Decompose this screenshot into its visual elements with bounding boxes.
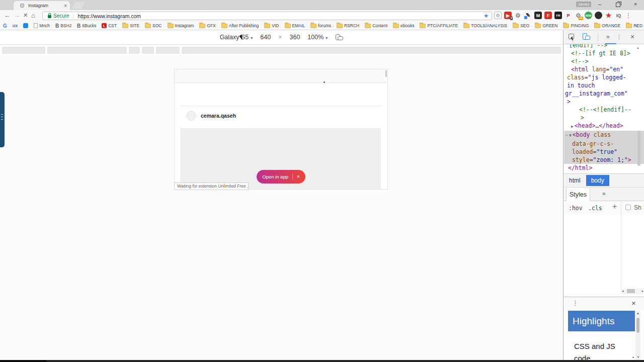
bookmark-item[interactable]: ORANGE <box>594 23 620 28</box>
inspect-element-icon[interactable] <box>569 34 576 41</box>
extension-icon[interactable]: M <box>534 12 542 19</box>
extension-icon[interactable]: ✎ <box>524 12 532 19</box>
bookmark-item[interactable]: ux <box>13 23 18 28</box>
elements-tree-line[interactable]: > <box>564 114 644 122</box>
bookmark-item[interactable]: SOC <box>145 23 162 28</box>
window-close-button[interactable]: × <box>631 1 640 7</box>
url-text[interactable]: https://www.instagram.com <box>78 13 484 19</box>
bookmark-item[interactable]: RED <box>626 23 642 28</box>
scroll-up-icon[interactable]: ▴ <box>632 355 634 358</box>
address-bar[interactable]: Secure | https://www.instagram.com ★ <box>42 12 492 20</box>
tab-styles[interactable]: Styles <box>566 188 590 202</box>
page-scrollbar-thumb[interactable] <box>385 70 387 77</box>
avatar[interactable] <box>186 111 196 121</box>
more-tabs-icon[interactable]: » <box>606 33 610 40</box>
elements-tree-line[interactable]: gr__instagram_com" <box>564 89 644 98</box>
bookmark-item[interactable]: GREEN <box>535 23 557 28</box>
extension-icon[interactable]: F <box>544 12 552 19</box>
extension-icon[interactable]: ★ <box>605 12 612 19</box>
bookmark-item[interactable]: Content <box>365 23 387 28</box>
elements-tree-line[interactable]: class="js logged- <box>564 73 644 81</box>
elements-tree-line[interactable]: data-gr-c-s- <box>564 140 644 148</box>
media-query-segment[interactable] <box>129 47 140 54</box>
styles-horizontal-scrollbar[interactable]: ◂ ▸ <box>621 288 644 294</box>
zoom-select[interactable]: 100%▾ <box>307 34 328 41</box>
elements-tree-line[interactable]: ▶<head>…</head> <box>564 122 644 131</box>
scroll-up-icon[interactable]: ▲ <box>636 46 639 49</box>
stop-loading-icon[interactable]: ✕ <box>23 12 28 19</box>
elements-tree-line[interactable]: <!--> <box>564 57 644 65</box>
scroll-left-icon[interactable]: ◂ <box>622 289 624 293</box>
elements-tree-line[interactable]: ⋯▼<body class <box>564 131 644 140</box>
browser-tab[interactable]: Instagram × <box>14 1 70 10</box>
highlights-menu-icon[interactable]: ⋮ <box>572 299 579 307</box>
home-icon[interactable]: ⌂ <box>31 12 35 19</box>
bookmark-item[interactable]: forums <box>310 23 331 28</box>
extension-icon[interactable]: P <box>565 12 572 19</box>
device-mode-icon[interactable] <box>582 33 591 41</box>
pill-close-icon[interactable]: × <box>297 174 300 179</box>
forward-icon[interactable]: → <box>14 12 20 19</box>
extension-side-pull-tab[interactable] <box>0 92 5 147</box>
extension-icon[interactable]: ⚙ <box>494 12 502 19</box>
toggle-hover-state[interactable]: :hov <box>569 205 583 212</box>
rotate-viewport-icon[interactable] <box>335 33 343 41</box>
toggle-element-classes[interactable]: .cls <box>588 205 602 212</box>
elements-scrollbar-thumb[interactable] <box>637 131 640 166</box>
bookmark-item[interactable]: SEO <box>513 23 529 28</box>
bookmark-item[interactable]: GFX <box>199 23 215 28</box>
extension-icon[interactable]: IQ <box>615 12 622 19</box>
bookmark-item[interactable]: ebooks <box>393 23 414 28</box>
bookmark-item[interactable]: EMAIL <box>285 23 305 28</box>
hscrollbar-thumb[interactable] <box>627 289 635 293</box>
extension-icon[interactable]: ⚙41 <box>575 12 582 19</box>
scroll-right-icon[interactable]: ▸ <box>641 289 643 293</box>
new-tab-button[interactable] <box>71 2 85 9</box>
elements-tree-line[interactable]: <!--<![endif]-- <box>564 106 644 114</box>
styles-more-icon[interactable]: » <box>602 190 606 197</box>
elements-tree-line[interactable]: <html lang="en" <box>564 65 644 73</box>
bookmark-item[interactable]: PINGING <box>563 23 589 28</box>
bookmark-item[interactable]: Mnch <box>34 23 50 28</box>
elements-tree-line[interactable]: <!--[if gt IE 8]> <box>564 49 644 57</box>
profile-name-badge[interactable]: James <box>576 2 591 7</box>
open-in-app-button[interactable]: Open in app × <box>257 170 305 184</box>
highlights-close-icon[interactable]: × <box>631 299 636 307</box>
bookmark-item[interactable]: After Publishing <box>221 23 259 28</box>
breadcrumb-html[interactable]: html <box>569 177 581 184</box>
bookmark-item[interactable]: VID <box>264 23 279 28</box>
viewport-width-field[interactable]: 640 <box>260 34 271 41</box>
elements-tree-line[interactable]: loaded="true" <box>564 148 644 156</box>
highlights-scrollbar-thumb[interactable] <box>636 318 639 333</box>
bookmark-item[interactable]: SITE <box>122 23 139 28</box>
viewport-height-field[interactable]: 360 <box>290 34 300 41</box>
elements-tree-line[interactable]: > <box>564 98 644 106</box>
window-restore-button[interactable] <box>616 3 620 7</box>
media-query-segment[interactable] <box>47 47 127 54</box>
browser-menu-icon[interactable]: ⋮ <box>625 12 631 19</box>
elements-tree-line[interactable]: in touch <box>564 81 644 89</box>
bookmark-item[interactable]: TOOLS/ANALYSIS <box>463 23 507 28</box>
scroll-down-icon[interactable]: ▾ <box>637 355 639 358</box>
device-select[interactable]: Galaxy S5▾ <box>220 34 253 41</box>
tab-close-icon[interactable]: × <box>64 3 67 9</box>
bookmark-item[interactable]: BBSHJ <box>55 23 71 29</box>
window-minimize-button[interactable]: – <box>595 1 604 7</box>
bookmark-item[interactable] <box>23 23 28 28</box>
media-query-segment[interactable] <box>156 47 180 54</box>
extension-icon[interactable]: FR <box>554 12 562 19</box>
devtools-menu-icon[interactable]: ⋮ <box>616 34 622 40</box>
extension-icon[interactable]: ⚙ <box>514 12 522 19</box>
devtools-close-icon[interactable]: × <box>630 33 634 41</box>
elements-tree-line[interactable]: [endif] --> <box>564 44 644 49</box>
back-icon[interactable]: ← <box>4 12 11 19</box>
elements-tree-line[interactable]: </html> <box>564 164 644 172</box>
bookmark-star-icon[interactable]: ★ <box>484 13 489 19</box>
show-checkbox[interactable] <box>625 205 631 210</box>
bookmark-item[interactable]: PTC/AFFILIATE <box>420 23 458 28</box>
extension-icon[interactable]: NEW <box>585 12 592 19</box>
bookmark-item[interactable]: B6Bucks <box>77 23 96 29</box>
post-username[interactable]: cemara.qaseh <box>201 113 236 119</box>
elements-tree-line[interactable]: style="zoom: 1;"> <box>564 156 644 164</box>
new-style-rule-icon[interactable]: + <box>612 202 617 211</box>
